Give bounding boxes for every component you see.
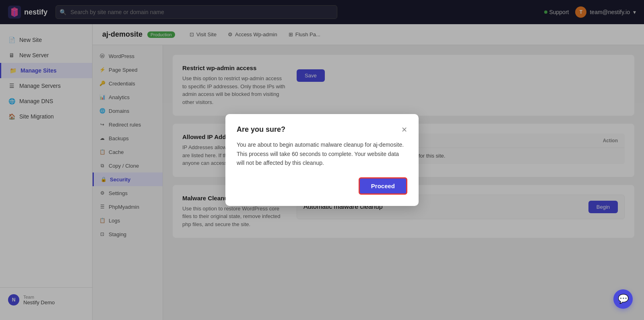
modal-footer: Proceed bbox=[237, 177, 407, 195]
confirmation-modal: Are you sure? ✕ You are about to begin a… bbox=[225, 114, 419, 206]
modal-body: You are about to begin automatic malware… bbox=[237, 140, 407, 167]
modal-close-button[interactable]: ✕ bbox=[401, 126, 407, 133]
modal-title: Are you sure? bbox=[237, 125, 285, 134]
chat-bubble-button[interactable]: 💬 bbox=[613, 289, 633, 309]
modal-header: Are you sure? ✕ bbox=[237, 125, 407, 134]
proceed-button[interactable]: Proceed bbox=[359, 177, 407, 195]
modal-overlay[interactable]: Are you sure? ✕ You are about to begin a… bbox=[0, 0, 644, 320]
